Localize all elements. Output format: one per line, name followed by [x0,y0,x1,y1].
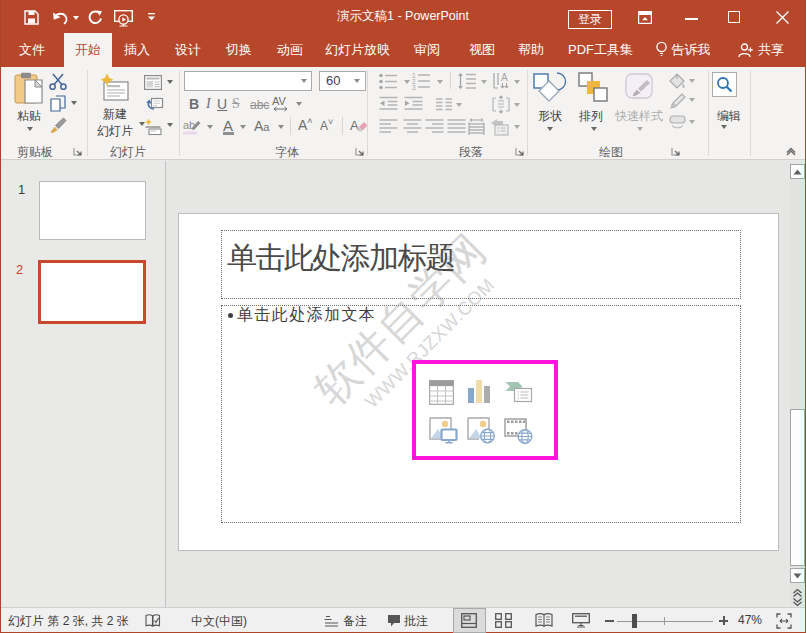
svg-text:3: 3 [412,84,416,91]
svg-text:A: A [350,118,359,133]
svg-text:A: A [501,72,508,83]
svg-text:AV: AV [272,95,287,107]
